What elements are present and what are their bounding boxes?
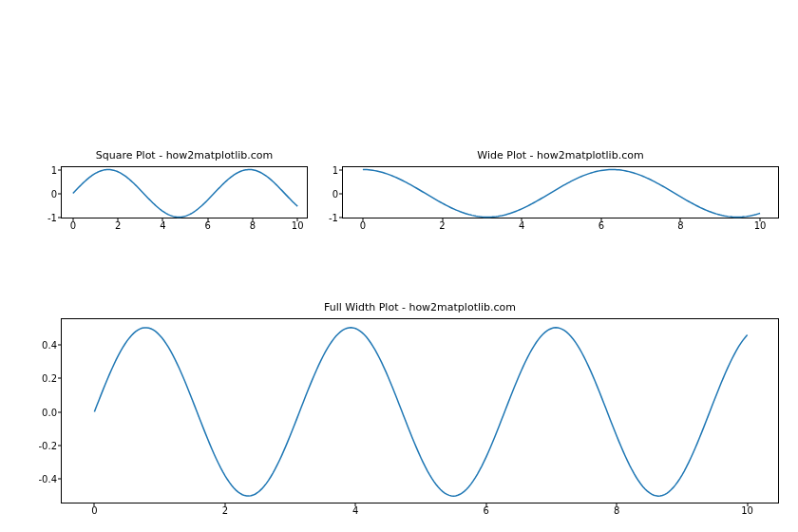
axes-title: Wide Plot - how2matplotlib.com	[342, 149, 779, 162]
y-tick-mark	[58, 169, 62, 170]
axes-title: Full Width Plot - how2matplotlib.com	[61, 301, 779, 314]
x-tick-label: 6	[204, 220, 210, 231]
plot-area-wide: 0246810-101	[342, 166, 779, 218]
y-tick-mark	[58, 445, 62, 446]
line-sin	[62, 167, 309, 219]
y-tick-label: 1	[51, 164, 57, 175]
y-tick-mark	[339, 193, 343, 194]
plot-area-square: 0246810-101	[61, 166, 308, 218]
x-tick-label: 2	[222, 505, 228, 516]
y-tick-mark	[58, 378, 62, 379]
y-tick-mark	[58, 217, 62, 218]
x-tick-label: 8	[677, 220, 683, 231]
plot-area-fullwidth: 0246810-0.4-0.20.00.20.4	[61, 318, 779, 504]
x-tick-label: 8	[250, 220, 256, 231]
x-tick-label: 6	[598, 220, 604, 231]
y-tick-mark	[58, 193, 62, 194]
line-sincos	[62, 319, 780, 504]
x-tick-label: 8	[614, 505, 619, 516]
y-tick-label: 0	[332, 188, 338, 199]
y-tick-label: 0.4	[42, 339, 57, 350]
x-tick-label: 6	[484, 505, 489, 516]
x-tick-label: 2	[439, 220, 445, 231]
x-tick-label: 10	[292, 220, 304, 231]
x-tick-label: 4	[519, 220, 524, 231]
x-tick-label: 0	[70, 220, 76, 231]
axes-wide: Wide Plot - how2matplotlib.com 0246810-1…	[342, 166, 779, 218]
x-tick-label: 0	[360, 220, 366, 231]
y-tick-mark	[58, 411, 62, 412]
x-tick-label: 2	[115, 220, 121, 231]
x-tick-label: 10	[754, 220, 767, 231]
figure: Square Plot - how2matplotlib.com 0246810…	[0, 0, 798, 532]
axes-square: Square Plot - how2matplotlib.com 0246810…	[61, 166, 308, 218]
y-tick-mark	[339, 217, 343, 218]
y-tick-mark	[339, 169, 343, 170]
x-tick-label: 4	[352, 505, 358, 516]
y-tick-mark	[58, 479, 62, 480]
y-tick-label: -1	[48, 212, 57, 222]
y-tick-label: 0.0	[42, 407, 57, 417]
y-tick-label: 1	[332, 164, 338, 175]
axes-title: Square Plot - how2matplotlib.com	[61, 149, 308, 162]
y-tick-mark	[58, 344, 62, 345]
y-tick-label: 0.2	[42, 373, 57, 384]
y-tick-label: -1	[329, 212, 338, 222]
line-cos	[343, 167, 780, 219]
x-tick-label: 4	[160, 220, 165, 231]
y-tick-label: 0	[51, 188, 57, 199]
axes-fullwidth: Full Width Plot - how2matplotlib.com 024…	[61, 318, 779, 504]
x-tick-label: 10	[741, 505, 753, 516]
y-tick-label: -0.2	[38, 440, 57, 450]
y-tick-label: -0.4	[38, 474, 57, 484]
x-tick-label: 0	[91, 505, 97, 516]
